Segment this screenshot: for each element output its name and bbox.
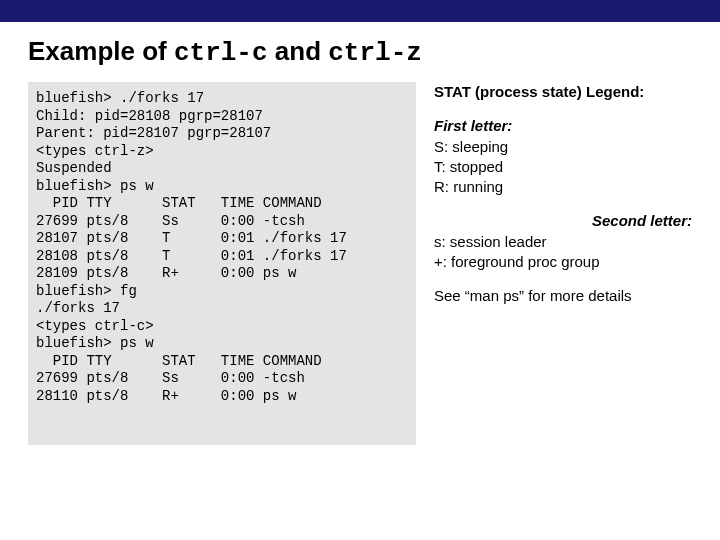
legend-r: R: running	[434, 177, 692, 197]
title-pre: Example of	[28, 36, 174, 66]
title-code-2: ctrl-z	[328, 38, 422, 68]
legend-first-letter: First letter: S: sleeping T: stopped R: …	[434, 116, 692, 197]
legend-session-leader: s: session leader	[434, 232, 692, 252]
title-code-1: ctrl-c	[174, 38, 268, 68]
slide-content: Example of ctrl-c and ctrl-z bluefish> .…	[0, 22, 720, 465]
first-letter-label: First letter:	[434, 116, 692, 136]
terminal-output: bluefish> ./forks 17 Child: pid=28108 pg…	[28, 82, 416, 445]
legend-panel: STAT (process state) Legend: First lette…	[434, 82, 692, 306]
slide-title: Example of ctrl-c and ctrl-z	[28, 36, 692, 68]
two-column: bluefish> ./forks 17 Child: pid=28108 pg…	[28, 82, 692, 445]
second-letter-label: Second letter:	[434, 211, 692, 231]
legend-header: STAT (process state) Legend:	[434, 82, 692, 102]
title-mid: and	[268, 36, 329, 66]
top-bar	[0, 0, 720, 22]
legend-t: T: stopped	[434, 157, 692, 177]
legend-foreground: +: foreground proc group	[434, 252, 692, 272]
legend-s: S: sleeping	[434, 137, 692, 157]
legend-second-letter: Second letter: s: session leader +: fore…	[434, 211, 692, 272]
legend-more: See “man ps” for more details	[434, 286, 692, 306]
